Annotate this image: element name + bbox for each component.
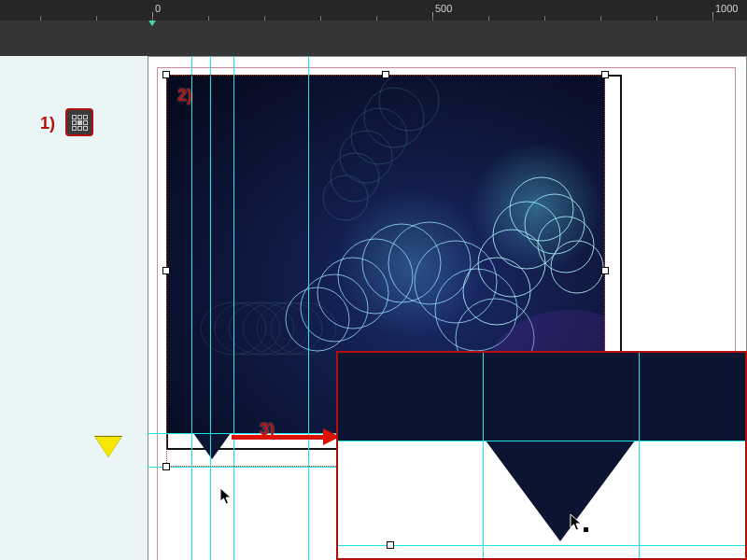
ruler-tick-minor (600, 16, 601, 21)
ruler-tick-minor (712, 16, 713, 21)
ruler-tick-minor (40, 16, 41, 21)
inset-guide-vertical (483, 353, 484, 558)
canvas[interactable]: 2) 3) 1) (0, 56, 747, 560)
ruler-label: 500 (435, 3, 452, 14)
callout-arrow (232, 435, 325, 440)
selection-handle[interactable] (601, 267, 609, 274)
ruler[interactable] (0, 0, 747, 21)
guide-vertical[interactable] (210, 56, 211, 560)
selection-handle[interactable] (162, 71, 170, 78)
selection-handle[interactable] (382, 71, 389, 78)
cursor-modifier-icon (584, 527, 588, 532)
svg-point-30 (336, 189, 486, 338)
selection-handle[interactable] (601, 71, 609, 78)
inset-guide-horizontal (338, 545, 745, 546)
zoom-inset (336, 351, 747, 560)
ruler-tick-minor (320, 16, 321, 21)
anchor-grid-icon (72, 115, 88, 131)
inset-guide-horizontal (338, 441, 745, 441)
inset-image-area (338, 353, 745, 441)
svg-point-29 (472, 142, 602, 273)
selection-handle[interactable] (387, 541, 394, 549)
cursor-icon (570, 513, 583, 532)
inset-pointer-triangle (486, 441, 635, 541)
guide-vertical[interactable] (191, 56, 192, 560)
ruler-tick-minor (376, 16, 377, 21)
ruler-tick-minor (544, 16, 545, 21)
ruler-tick-minor (656, 16, 657, 21)
ruler-tick-minor (264, 16, 265, 21)
callout-one: 1) (40, 114, 55, 133)
callout-two: 2) (177, 86, 192, 105)
guide-vertical[interactable] (233, 56, 234, 560)
inset-guide-vertical (639, 353, 640, 558)
ruler-tick-minor (432, 16, 433, 21)
ruler-label: 1000 (715, 3, 738, 14)
anchor-indicator-icon (95, 437, 121, 457)
selection-handle[interactable] (162, 463, 170, 470)
anchor-origin-tool-icon[interactable] (65, 108, 93, 136)
ruler-tick-minor (96, 16, 97, 21)
ruler-tick-minor (208, 16, 209, 21)
guide-vertical[interactable] (308, 56, 309, 560)
ruler-label: 0 (155, 3, 161, 14)
toolbar-band (0, 0, 747, 56)
cursor-icon (219, 487, 233, 506)
ruler-origin-marker[interactable] (148, 21, 156, 26)
artwork-pointer-triangle (193, 433, 231, 459)
ruler-tick-minor (488, 16, 489, 21)
selection-handle[interactable] (162, 267, 170, 274)
